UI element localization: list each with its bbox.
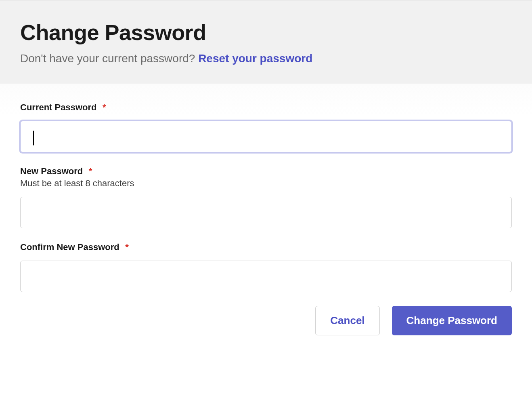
current-password-label: Current Password: [20, 102, 97, 113]
current-password-group: Current Password *: [20, 102, 512, 152]
new-password-input[interactable]: [20, 197, 512, 228]
new-password-label: New Password: [20, 166, 83, 177]
change-password-button[interactable]: Change Password: [392, 306, 512, 335]
page-header: Change Password Don't have your current …: [0, 0, 532, 84]
new-password-group: New Password * Must be at least 8 charac…: [20, 166, 512, 228]
page-title: Change Password: [20, 20, 512, 45]
required-indicator: *: [125, 242, 129, 252]
new-password-helper: Must be at least 8 characters: [20, 178, 512, 189]
page-subtitle: Don't have your current password? Reset …: [20, 52, 512, 65]
confirm-password-label: Confirm New Password: [20, 242, 119, 253]
change-password-form: Current Password * New Password * Must b…: [0, 84, 532, 352]
current-password-input[interactable]: [20, 121, 512, 152]
required-indicator: *: [89, 166, 92, 176]
confirm-password-group: Confirm New Password *: [20, 242, 512, 292]
subtitle-text: Don't have your current password?: [20, 52, 198, 65]
reset-password-link[interactable]: Reset your password: [198, 52, 312, 65]
required-indicator: *: [103, 102, 106, 112]
cancel-button[interactable]: Cancel: [315, 306, 379, 335]
form-actions: Cancel Change Password: [20, 306, 512, 335]
confirm-password-input[interactable]: [20, 261, 512, 292]
